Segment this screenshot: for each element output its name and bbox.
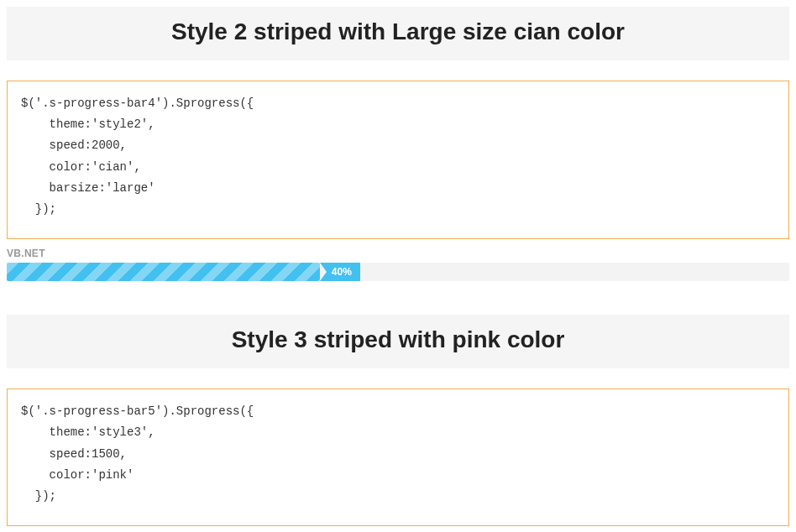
- progress-label: VB.NET: [7, 248, 789, 259]
- section-title: Style 3 striped with pink color: [7, 315, 789, 368]
- code-block: $('.s-progress-bar5').Sprogress({ theme:…: [7, 389, 789, 526]
- progress-bar-track: 40%: [7, 263, 789, 281]
- code-block: $('.s-progress-bar4').Sprogress({ theme:…: [7, 81, 789, 239]
- tag-notch: [320, 263, 327, 281]
- progress-bar-fill: 40%: [7, 263, 320, 281]
- section-title: Style 2 striped with Large size cian col…: [7, 7, 789, 60]
- percent-label: 40%: [327, 263, 360, 281]
- percent-tag: 40%: [320, 263, 360, 281]
